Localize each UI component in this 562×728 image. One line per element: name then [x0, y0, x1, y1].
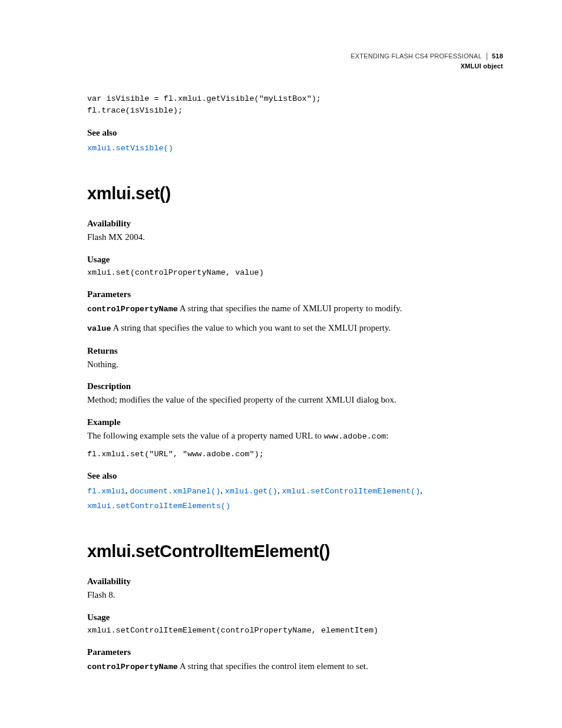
parameter-row: controlPropertyName A string that specif… [87, 660, 503, 673]
link-fl-xmlui[interactable]: fl.xmlui [87, 487, 125, 496]
usage-heading: Usage [87, 612, 503, 622]
availability-heading: Availability [87, 577, 503, 587]
example-heading: Example [87, 417, 503, 427]
example-intro-code: www.adobe.com [324, 432, 386, 441]
parameters-heading: Parameters [87, 647, 503, 657]
method-heading-setcontrolitemelement: xmlui.setControlItemElement() [87, 542, 503, 561]
header-line: EXTENDING FLASH CS4 PROFESSIONAL 518 [351, 52, 503, 61]
returns-heading: Returns [87, 346, 503, 356]
see-also-heading: See also [87, 471, 503, 481]
method-heading-set: xmlui.set() [87, 184, 503, 203]
code-block-getvisible: var isVisible = fl.xmlui.getVisible("myL… [87, 93, 503, 117]
parameter-row: value A string that specifies the value … [87, 321, 503, 335]
comma: , [220, 486, 225, 495]
link-xmlui-get[interactable]: xmlui.get() [225, 487, 277, 496]
comma: , [420, 486, 422, 495]
param-desc: A string that specifies the value to whi… [111, 323, 391, 332]
param-name: controlPropertyName [87, 663, 178, 671]
see-also-links: fl.xmlui, document.xmlPanel(), xmlui.get… [87, 483, 503, 512]
example-intro-post: : [386, 431, 388, 440]
example-intro-pre: The following example sets the value of … [87, 431, 324, 440]
header-title: EXTENDING FLASH CS4 PROFESSIONAL [351, 52, 482, 61]
link-setcontrolitemelement[interactable]: xmlui.setControlItemElement() [282, 487, 420, 496]
param-desc: A string that specifies the name of XMLU… [178, 304, 402, 313]
availability-text: Flash MX 2004. [87, 231, 503, 244]
parameter-row: controlPropertyName A string that specif… [87, 302, 503, 315]
param-name: controlPropertyName [87, 305, 178, 314]
see-also-links: xmlui.setVisible() [87, 140, 503, 155]
availability-text: Flash 8. [87, 589, 503, 602]
see-also-heading: See also [87, 128, 503, 138]
document-page: EXTENDING FLASH CS4 PROFESSIONAL 518 XML… [0, 0, 562, 728]
param-desc: A string that specifies the control item… [178, 661, 368, 671]
description-text: Method; modifies the value of the specif… [87, 394, 503, 407]
param-name: value [87, 324, 111, 333]
example-code: fl.xmlui.set("URL", "www.adobe.com"); [87, 449, 503, 460]
header-page-number: 518 [492, 52, 503, 61]
link-setcontrolitemelements[interactable]: xmlui.setControlItemElements() [87, 502, 230, 510]
usage-code: xmlui.set(controlPropertyName, value) [87, 267, 503, 279]
usage-code: xmlui.setControlItemElement(controlPrope… [87, 625, 503, 637]
usage-heading: Usage [87, 255, 503, 265]
parameters-heading: Parameters [87, 289, 503, 299]
page-header: EXTENDING FLASH CS4 PROFESSIONAL 518 XML… [351, 52, 503, 71]
page-content: var isVisible = fl.xmlui.getVisible("myL… [87, 93, 503, 674]
example-intro: The following example sets the value of … [87, 430, 503, 443]
availability-heading: Availability [87, 219, 503, 229]
header-section: XMLUI object [351, 62, 503, 71]
header-divider [487, 52, 487, 60]
link-setvisible[interactable]: xmlui.setVisible() [87, 144, 173, 153]
description-heading: Description [87, 381, 503, 391]
returns-text: Nothing. [87, 358, 503, 371]
link-document-xmlpanel[interactable]: document.xmlPanel() [130, 487, 220, 496]
